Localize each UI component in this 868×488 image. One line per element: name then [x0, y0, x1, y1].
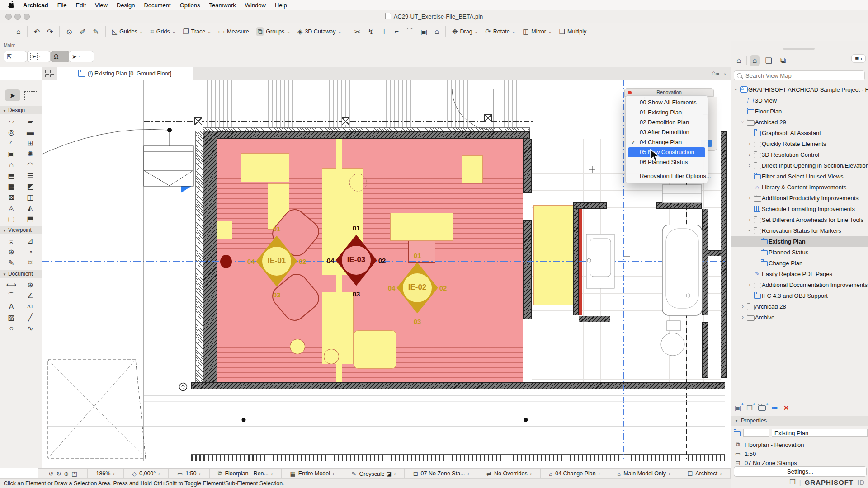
line-tool[interactable]: ╱: [28, 313, 33, 322]
menu-item-02-demolition-plan[interactable]: 02 Demolition Plan: [628, 117, 705, 127]
toolbox-section-viewpoint[interactable]: ▼Viewpoint: [0, 226, 42, 234]
tree-chevron-icon[interactable]: ›: [746, 216, 753, 223]
slab-tool[interactable]: ▰: [28, 117, 33, 126]
tree-item-existing-plan[interactable]: Existing Plan: [731, 236, 868, 247]
zoom-in-icon[interactable]: ⊕: [64, 470, 69, 477]
view-name-field[interactable]: [772, 429, 868, 437]
level-dimension-tool[interactable]: ⊕: [27, 280, 33, 290]
view-id-field[interactable]: [743, 429, 769, 437]
tree-item-change-plan[interactable]: Change Plan: [731, 258, 868, 268]
trace-button[interactable]: ❐Trace⌄: [179, 26, 215, 37]
new-view-icon[interactable]: ▣+: [735, 404, 741, 412]
navigator-preview-icon[interactable]: ⌂≔: [712, 69, 719, 76]
menu-item-document[interactable]: Document: [139, 2, 175, 9]
camera-tool[interactable]: ⌑: [28, 258, 32, 267]
menu-item-01-existing-plan[interactable]: 01 Existing Plan: [628, 108, 705, 117]
menu-item-archicad[interactable]: Archicad: [19, 2, 53, 9]
groups-button[interactable]: ⧉Groups⌄: [253, 26, 294, 38]
menu-item-teamwork[interactable]: Teamwork: [204, 2, 240, 9]
rotate-button[interactable]: ⟳Rotate⌄: [481, 26, 519, 37]
skylight-tool[interactable]: ◩: [27, 182, 33, 191]
tree-chevron-icon[interactable]: ›: [740, 119, 746, 125]
tree-chevron-icon[interactable]: ›: [746, 195, 753, 201]
toolbox-section-document[interactable]: ▼Document: [0, 270, 42, 278]
magnet-toggle-button[interactable]: Ω: [51, 51, 70, 62]
window-tool[interactable]: ⊞: [27, 138, 33, 148]
quick-option-orientation[interactable]: ◇0,000°›: [124, 469, 169, 479]
settings-button[interactable]: Settings...: [734, 466, 867, 477]
tree-item-set-different-arrowheads-for-line-tools[interactable]: ›Set Different Arrowheads for Line Tools: [731, 214, 868, 225]
quick-option-scale[interactable]: ▭1:50›: [169, 469, 209, 479]
marquee-tool[interactable]: [24, 91, 37, 100]
menu-item-00-show-all-elements[interactable]: 00 Show All Elements: [628, 98, 705, 108]
zoom-next-icon[interactable]: ↻: [56, 470, 61, 477]
opening-tool[interactable]: ◫: [27, 192, 33, 202]
tree-chevron-icon[interactable]: ›: [740, 303, 746, 310]
tree-item-3d-view[interactable]: 3D View: [731, 95, 868, 106]
stair-tool[interactable]: ▤: [8, 171, 14, 180]
fillet-icon[interactable]: ⌒: [402, 26, 417, 38]
section-line-vertical[interactable]: [623, 80, 624, 459]
search-input[interactable]: [745, 72, 862, 80]
section-tool[interactable]: ⌅: [8, 236, 14, 246]
tree-item-direct-input-opening-in-section-elevatio[interactable]: ›Direct Input Opening in Section/Elevati…: [731, 160, 868, 171]
menu-item-renovation-filter-options-[interactable]: Renovation Filter Options...: [628, 171, 705, 181]
menu-item-03-after-demolition[interactable]: 03 After Demolition: [628, 127, 705, 137]
roof-tool[interactable]: ⌂: [9, 160, 14, 169]
spline-tool[interactable]: ∿: [27, 324, 33, 333]
menu-item-06-planned-status[interactable]: 06 Planned Status: [628, 157, 705, 167]
shell-tool[interactable]: ◠: [27, 160, 33, 169]
elevation-marker-icon[interactable]: [181, 177, 193, 193]
tree-item-ifc-4-3-and-obj-support[interactable]: IFC 4.3 and OBJ Support: [731, 290, 868, 301]
menu-item-05-new-construction[interactable]: 05 New Construction: [628, 147, 705, 157]
tab-overview-icon[interactable]: [45, 70, 55, 77]
menu-item-view[interactable]: View: [90, 2, 112, 9]
quick-option-pen-set[interactable]: ✎Greyscale ◪›: [343, 469, 405, 479]
trim-icon[interactable]: ↯: [364, 26, 377, 38]
search-field[interactable]: [734, 70, 865, 80]
arrow-tool-quick-button[interactable]: ➤›: [69, 51, 94, 62]
quick-option-story[interactable]: ☐Architect›: [679, 469, 731, 479]
column-tool[interactable]: ◎: [8, 127, 14, 137]
radial-dimension-tool[interactable]: ⌒: [8, 291, 15, 300]
demolition-dot-marker[interactable]: [220, 255, 232, 268]
home-icon[interactable]: ⌂: [13, 26, 24, 37]
palette-close-icon[interactable]: [628, 91, 632, 94]
quick-option-layer-combination[interactable]: ⧉Floorplan - Ren...›: [210, 469, 282, 479]
layout-book-tab[interactable]: ❏: [763, 55, 775, 66]
tree-item-3d-resolution-control[interactable]: ›3D Resolution Control: [731, 149, 868, 160]
dimension-tool[interactable]: ⟷: [6, 280, 17, 290]
intersect-icon[interactable]: ⌐: [391, 26, 402, 37]
circle-tool[interactable]: ○: [9, 324, 14, 333]
quick-option-dimensions-standard[interactable]: ⊟07 No Zone Sta...›: [405, 469, 478, 479]
worksheet-tool[interactable]: ✎: [8, 258, 14, 267]
find-select-icon[interactable]: ⊙: [62, 26, 75, 38]
elevation-tool[interactable]: ⊿: [27, 236, 33, 246]
more-tool[interactable]: ⬒: [27, 214, 33, 224]
panel-drag-handle[interactable]: [783, 48, 815, 50]
tree-chevron-icon[interactable]: ›: [746, 162, 753, 169]
multiply-button[interactable]: ❏Multiply...: [556, 26, 594, 37]
zone-tool[interactable]: ▢: [8, 214, 14, 224]
split-icon[interactable]: ✂: [351, 26, 364, 38]
tree-item-additional-documentation-improvements[interactable]: ›Additional Documentation Improvements: [731, 279, 868, 290]
tree-item-floor-plan[interactable]: Floor Plan: [731, 106, 868, 117]
morph-tool[interactable]: ◭: [28, 203, 33, 213]
inject-parameters-icon[interactable]: ✎: [89, 26, 102, 38]
menu-item-help[interactable]: Help: [270, 2, 292, 9]
undo-icon[interactable]: ↶: [30, 26, 43, 38]
tree-chevron-icon[interactable]: ›: [746, 227, 753, 234]
tree-item-schedule-formatting-improvements[interactable]: Schedule Formatting Improvements: [731, 203, 868, 214]
text-tool[interactable]: A: [9, 302, 14, 311]
adjust-icon[interactable]: ⊥: [377, 26, 391, 38]
tree-item-library-content-improvements[interactable]: ⌂Library & Content Improvements: [731, 182, 868, 192]
fit-in-window-icon[interactable]: ◳: [71, 470, 77, 477]
quick-option-renovation-filter[interactable]: ⌂04 Change Plan›: [541, 469, 609, 479]
tree-item-filter-and-select-unused-views[interactable]: Filter and Select Unused Views: [731, 171, 868, 182]
new-folder-icon[interactable]: +: [758, 404, 766, 412]
quick-option-model-view-options[interactable]: ⌂Main Model Only›: [609, 469, 679, 479]
quick-option-graphic-override[interactable]: ⇄No Overrides›: [478, 469, 541, 479]
tree-item-graphisoft-ai-assistant[interactable]: Graphisoft AI Assistant: [731, 127, 868, 138]
grid-tool[interactable]: ⊠: [8, 192, 14, 202]
railing-tool[interactable]: ☰: [27, 171, 33, 180]
